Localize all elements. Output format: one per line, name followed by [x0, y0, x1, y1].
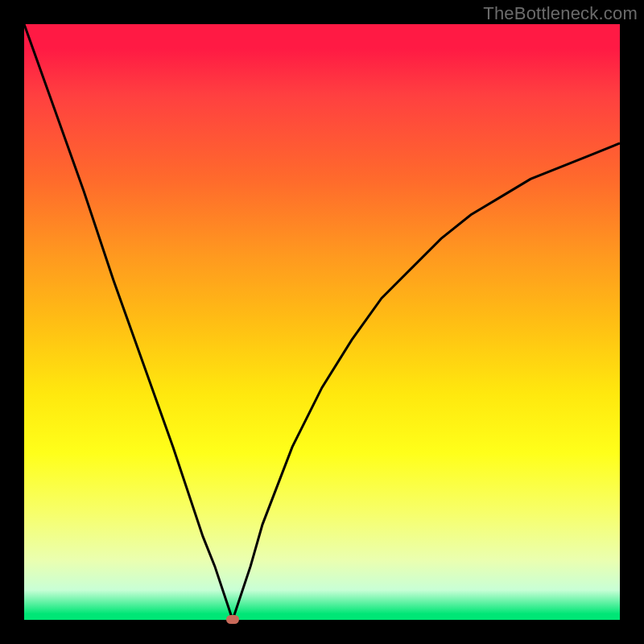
chart-frame: TheBottleneck.com: [0, 0, 644, 644]
optimal-marker: [226, 615, 239, 624]
bottleneck-curve: [24, 24, 620, 620]
watermark: TheBottleneck.com: [483, 3, 638, 24]
curve-path: [24, 24, 620, 620]
